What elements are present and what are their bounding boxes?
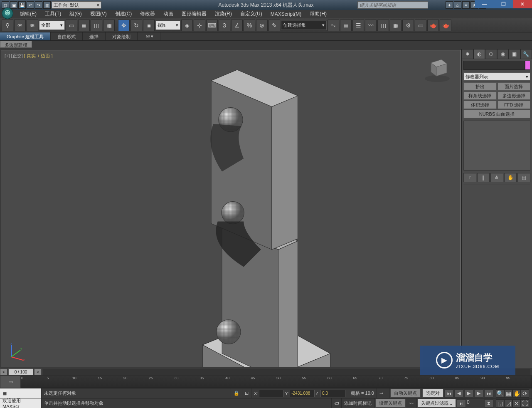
zoom-all-icon[interactable]: ▦ — [504, 389, 512, 398]
subscription-icon[interactable]: ⌂ — [454, 1, 461, 9]
btn-ffd-select[interactable]: FFD 选择 — [498, 101, 531, 109]
bind-spacewarp-icon[interactable]: ≋ — [27, 20, 38, 31]
exchange-icon[interactable]: ✶ — [462, 1, 470, 9]
display-tab-icon[interactable]: ▣ — [509, 49, 520, 59]
ts-prev-icon[interactable]: < — [0, 368, 7, 375]
maximize-viewport-icon[interactable]: ⛶ — [521, 399, 529, 408]
qat-open-icon[interactable]: ▣ — [10, 1, 17, 9]
key-filters-button[interactable]: 关键点过滤器... — [417, 399, 456, 408]
prev-frame-icon[interactable]: ◀ — [454, 389, 463, 398]
keyboard-shortcut-icon[interactable]: ⌨ — [206, 20, 218, 31]
orbit-icon[interactable]: ⟳ — [521, 389, 529, 398]
workspace-dropdown[interactable]: 工作台: 默认▾ — [52, 1, 101, 9]
current-frame-input[interactable]: 0 — [467, 399, 483, 408]
select-object-icon[interactable]: ▭ — [66, 20, 77, 31]
key-step-icon[interactable]: ⏯ — [457, 399, 466, 408]
selected-button[interactable]: 选定对 — [422, 389, 443, 398]
menu-group[interactable]: 组(G) — [65, 10, 86, 18]
window-crossing-icon[interactable]: ▦ — [103, 20, 115, 31]
menu-modifiers[interactable]: 修改器 — [136, 10, 159, 18]
lock-selection-icon[interactable]: 🔒 — [231, 388, 242, 398]
mirror-icon[interactable]: ⇋ — [328, 20, 339, 31]
time-slider-handle[interactable]: 0 / 100 — [8, 368, 33, 375]
edit-named-sel-icon[interactable]: ✎ — [268, 20, 280, 31]
pivot-center-icon[interactable]: ◈ — [181, 20, 193, 31]
select-by-name-icon[interactable]: ≣ — [78, 20, 90, 31]
trackbar-toggle-icon[interactable]: ▭ — [0, 376, 21, 388]
key-mode-icon[interactable]: ⊸ — [377, 388, 389, 398]
tab-selection[interactable]: 选择 — [83, 32, 106, 40]
hierarchy-tab-icon[interactable]: ⌬ — [485, 49, 497, 59]
qat-undo-icon[interactable]: ↶ — [27, 1, 34, 9]
coord-x-input[interactable] — [259, 390, 284, 397]
ribbon-expand-icon[interactable]: ✉ ▾ — [139, 32, 160, 40]
tab-objectpaint[interactable]: 对象绘制 — [106, 32, 138, 40]
panel-polymodel[interactable]: 多边形建模 — [0, 41, 32, 48]
btn-poly-select[interactable]: 多边形选择 — [498, 91, 531, 100]
modifier-stack[interactable] — [463, 121, 530, 171]
menu-help[interactable]: 帮助(H) — [305, 10, 331, 18]
snap-toggle-icon[interactable]: 3 — [219, 20, 230, 31]
viewport[interactable]: [+] [正交] [ 真实 + 边面 ] — [1, 50, 461, 367]
play-icon[interactable]: ▶ — [464, 389, 473, 398]
menu-maxscript[interactable]: MAXScript(M) — [266, 10, 306, 18]
remove-mod-icon[interactable]: ✋ — [504, 173, 517, 182]
ref-coord-dropdown[interactable]: 视图▾ — [155, 21, 180, 30]
btn-spline-select[interactable]: 样条线选择 — [463, 91, 497, 100]
motion-tab-icon[interactable]: ◉ — [497, 49, 509, 59]
modify-tab-icon[interactable]: ◐ — [473, 49, 485, 59]
btn-face-select[interactable]: 面片选择 — [498, 82, 531, 91]
configure-sets-icon[interactable]: ▤ — [517, 173, 530, 182]
walk-icon[interactable]: ⤧ — [512, 399, 521, 408]
layers-icon[interactable]: ☰ — [352, 20, 364, 31]
auto-key-button[interactable]: 自动关键点 — [390, 389, 421, 398]
coord-z-input[interactable]: 0.0 — [320, 390, 345, 397]
qat-project-icon[interactable]: ▥ — [43, 1, 51, 9]
script-listener[interactable]: 欢迎使用 MAXScr — [0, 398, 42, 408]
goto-start-icon[interactable]: ⏮ — [444, 389, 453, 398]
time-config-icon[interactable]: ⧗ — [484, 399, 493, 408]
schematic-view-icon[interactable]: ◫ — [377, 20, 389, 31]
align-icon[interactable]: ▤ — [340, 20, 352, 31]
menu-rendering[interactable]: 渲染(R) — [211, 10, 236, 18]
pin-stack-icon[interactable]: ⟟ — [463, 173, 476, 182]
scale-icon[interactable]: ▣ — [143, 20, 155, 31]
isolate-icon[interactable]: ⊡ — [242, 388, 251, 398]
menu-edit[interactable]: 编辑(E) — [16, 10, 41, 18]
pan-icon[interactable]: ✋ — [512, 389, 521, 398]
selection-filter-dropdown[interactable]: 全部▾ — [39, 21, 65, 30]
fov-icon[interactable]: ◿ — [504, 399, 512, 408]
coord-y-input[interactable]: -2431.088 — [290, 390, 315, 397]
show-end-icon[interactable]: ‖ — [477, 173, 490, 182]
key-filters-icon[interactable]: 〰 — [406, 398, 416, 408]
named-selection-dropdown[interactable]: 创建选择集▾ — [281, 21, 327, 30]
menu-tools[interactable]: 工具(T) — [41, 10, 65, 18]
angle-snap-icon[interactable]: ∠ — [231, 20, 243, 31]
app-menu-icon[interactable]: ⓔ — [2, 7, 13, 19]
track-ruler[interactable]: 05101520253035404550556065707580859095 — [21, 376, 532, 388]
menu-customize[interactable]: 自定义(U) — [236, 10, 266, 18]
menu-create[interactable]: 创建(C) — [111, 10, 136, 18]
close-button[interactable]: ✕ — [513, 0, 532, 8]
curve-editor-icon[interactable]: 〰 — [365, 20, 377, 31]
qat-save-icon[interactable]: 💾 — [18, 1, 26, 9]
create-tab-icon[interactable]: ✸ — [462, 49, 473, 59]
viewcube[interactable] — [423, 54, 452, 84]
add-time-tag[interactable]: 添加时间标记 — [342, 398, 374, 408]
zoom-icon[interactable]: 🔍 — [496, 389, 504, 398]
goto-end-icon[interactable]: ⏭ — [484, 389, 493, 398]
maxscript-toggle[interactable]: ▦ — [0, 388, 42, 398]
utilities-tab-icon[interactable]: 🔧 — [520, 49, 532, 59]
rollout-area[interactable] — [463, 185, 530, 366]
btn-nurbs-select[interactable]: NURBS 曲面选择 — [463, 110, 530, 118]
object-name-input[interactable] — [463, 61, 525, 70]
menu-views[interactable]: 视图(V) — [86, 10, 111, 18]
spinner-snap-icon[interactable]: ⊚ — [256, 20, 268, 31]
link-icon[interactable]: ⚲ — [2, 20, 13, 31]
tab-graphite[interactable]: Graphite 建模工具 — [0, 32, 51, 40]
help-search-input[interactable]: 键入关键字或短语 — [357, 1, 428, 9]
minimize-button[interactable]: — — [475, 0, 494, 8]
menu-animation[interactable]: 动画 — [159, 10, 177, 18]
time-tag-icon[interactable]: 🏷 — [332, 398, 342, 408]
btn-extrude[interactable]: 挤出 — [463, 82, 497, 91]
